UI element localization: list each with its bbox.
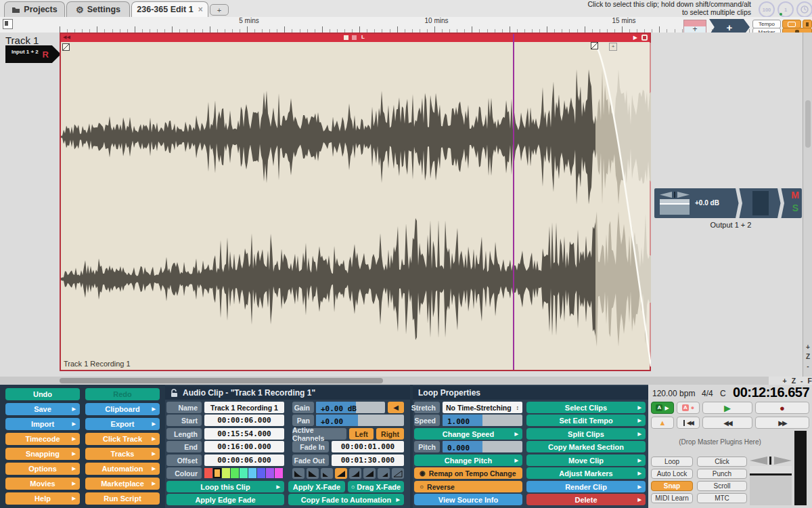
cpu-gauge[interactable]: 100: [759, 1, 775, 18]
colour-swatch[interactable]: [275, 468, 283, 478]
volume-fader[interactable]: [660, 199, 690, 215]
fade-shape-button[interactable]: [363, 468, 376, 479]
fade-shape-button[interactable]: [378, 468, 390, 479]
playhead[interactable]: [513, 34, 514, 370]
punch-toggle[interactable]: Punch: [697, 469, 747, 479]
output-node[interactable]: +0.0 dB M S: [654, 188, 802, 218]
abort-button[interactable]: ▲: [651, 417, 674, 429]
hzoom-in-button[interactable]: +: [783, 377, 787, 385]
auto-lock-toggle[interactable]: Auto Lock: [651, 469, 693, 479]
horizontal-scroll-thumb[interactable]: [60, 378, 383, 383]
speed-slider[interactable]: 1.000: [443, 415, 522, 426]
master-toggle-icon[interactable]: [3, 19, 13, 29]
pan-slider[interactable]: +0.00: [316, 415, 404, 426]
remap-tempo-toggle[interactable]: ◉Remap on Tempo Change: [414, 467, 522, 479]
key-readout[interactable]: C: [720, 389, 726, 398]
offset-field[interactable]: 00:00:06.000: [204, 454, 284, 466]
fade-shape-button[interactable]: [307, 468, 319, 479]
colour-swatch[interactable]: [213, 468, 221, 478]
select-clips-button[interactable]: Select Clips▶: [526, 402, 646, 413]
gain-slider[interactable]: +0.00 dB: [316, 402, 385, 413]
apply-edge-fade-button[interactable]: Apply Edge Fade: [166, 494, 284, 505]
click-toggle[interactable]: Click: [697, 457, 747, 467]
timesig-readout[interactable]: 4/4: [702, 389, 713, 398]
fade-shape-button[interactable]: [392, 468, 404, 479]
redo-button[interactable]: Redo: [85, 388, 160, 400]
hzoom-out-button[interactable]: -: [800, 377, 803, 385]
colour-swatch[interactable]: [257, 468, 265, 478]
clip-marker-icon[interactable]: [344, 35, 348, 40]
master-plugin-drop-zone[interactable]: (Drop Master Plugins Here): [648, 431, 792, 452]
loop-this-clip-button[interactable]: Loop this Clip▶: [166, 481, 284, 492]
rewind-button[interactable]: ◀◀: [702, 417, 752, 429]
zoom-in-button[interactable]: +: [803, 343, 812, 352]
length-field[interactable]: 00:15:54.000: [204, 428, 284, 440]
channel-left-button[interactable]: Left: [349, 428, 374, 440]
change-speed-button[interactable]: Change Speed▶: [414, 428, 522, 440]
import-button[interactable]: Import▶: [5, 418, 80, 430]
clip-marker2-icon[interactable]: [352, 35, 357, 40]
auto-play-button[interactable]: A ▶: [651, 402, 674, 414]
vertical-zoom-strip[interactable]: + Z -: [803, 33, 812, 377]
input-device-badge[interactable]: Input 1 + 2 R: [5, 45, 61, 63]
start-field[interactable]: 00:00:06.000: [204, 415, 284, 426]
loop-back-icon[interactable]: ◀◀: [63, 35, 70, 40]
tab-settings[interactable]: ⚙ Settings: [66, 1, 130, 17]
master-volume-fader[interactable]: [750, 466, 792, 505]
tab-projects[interactable]: Projects: [4, 1, 65, 17]
tab-edit[interactable]: 236-365 Edit 1 ×: [131, 1, 208, 17]
lane-plus-button[interactable]: +: [609, 43, 617, 51]
clock-gauge[interactable]: [796, 1, 812, 18]
name-field[interactable]: Track 1 Recording 1: [204, 402, 284, 413]
vertical-scroll-thumb[interactable]: [805, 100, 811, 148]
colour-swatch[interactable]: [231, 468, 239, 478]
auto-record-button[interactable]: A ●: [677, 402, 700, 414]
movies-button[interactable]: Movies▶: [5, 478, 80, 490]
horizontal-scrollbar[interactable]: [0, 377, 769, 385]
move-clip-button[interactable]: Move Clip▶: [526, 454, 646, 466]
pan-control-icon[interactable]: [660, 192, 690, 198]
fade-shape-button[interactable]: [292, 468, 304, 479]
new-tab-button[interactable]: +: [210, 4, 229, 16]
fade-shape-button[interactable]: [349, 468, 361, 479]
marketplace-button[interactable]: Marketplace▶: [85, 478, 160, 490]
pitch-slider[interactable]: 0.000: [443, 441, 522, 452]
audio-clip[interactable]: ◀◀ L ▶ Track 1 Recording 1: [60, 33, 651, 371]
hzoom-fit-button[interactable]: F: [808, 377, 812, 385]
snap-toggle[interactable]: Snap: [651, 481, 693, 491]
help-button[interactable]: Help▶: [5, 492, 80, 505]
reverse-toggle[interactable]: ○Reverse: [414, 481, 522, 492]
split-clips-button[interactable]: Split Clips▶: [526, 428, 646, 440]
snapping-button[interactable]: Snapping▶: [5, 448, 80, 460]
solo-button[interactable]: S: [792, 203, 798, 213]
close-icon[interactable]: ×: [198, 5, 203, 14]
record-button[interactable]: ●: [755, 402, 809, 414]
scroll-toggle[interactable]: Scroll: [697, 481, 747, 491]
colour-swatch[interactable]: [222, 468, 230, 478]
mute-button[interactable]: M: [791, 190, 799, 200]
fade-shape-button[interactable]: [321, 468, 333, 479]
fade-in-handle[interactable]: [62, 43, 70, 51]
fade-out-handle[interactable]: [591, 42, 598, 49]
change-pitch-button[interactable]: Change Pitch▶: [414, 454, 522, 466]
copy-fade-button[interactable]: Copy Fade to Automation▶: [288, 494, 404, 505]
clip-speaker-icon[interactable]: [641, 35, 648, 41]
apply-xfade-button[interactable]: Apply X-Fade: [288, 481, 345, 492]
colour-swatch[interactable]: [240, 468, 248, 478]
colour-swatch[interactable]: [248, 468, 256, 478]
tracks-button[interactable]: Tracks▶: [85, 448, 160, 460]
clip-speaker-button[interactable]: ◀: [388, 402, 404, 413]
clip-header[interactable]: ◀◀ L ▶: [61, 34, 650, 42]
click-track-button[interactable]: Click Track▶: [85, 433, 160, 445]
fade-in-field[interactable]: 00:00:01.000: [332, 441, 404, 452]
fast-forward-button[interactable]: ▶▶: [755, 417, 809, 429]
adjust-markers-button[interactable]: Adjust Markers▶: [526, 467, 646, 479]
run-script-button[interactable]: Run Script: [85, 492, 160, 505]
timecode-button[interactable]: Timecode▶: [5, 433, 80, 445]
master-pan-control[interactable]: [750, 457, 792, 465]
time-display[interactable]: 00:12:16.657: [729, 385, 809, 400]
play-icon[interactable]: ▶: [633, 35, 637, 41]
stretch-dropdown[interactable]: No Time-Stretching ↕: [443, 402, 522, 413]
export-button[interactable]: Export▶: [85, 418, 160, 430]
view-source-info-button[interactable]: View Source Info: [414, 494, 522, 505]
